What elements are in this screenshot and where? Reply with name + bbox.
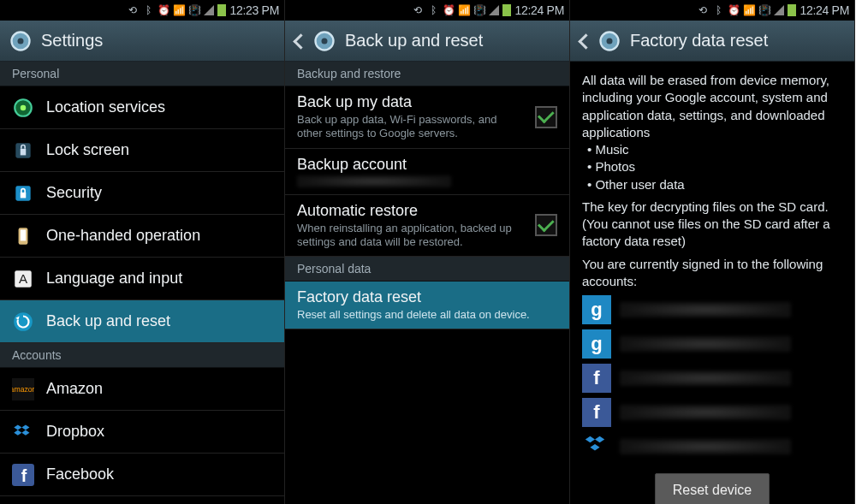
item-label: Back up my data <box>297 93 523 111</box>
item-label: Facebook <box>46 465 272 483</box>
redacted-account <box>620 405 791 420</box>
svg-text:amazon: amazon <box>12 385 34 394</box>
header[interactable]: Factory data reset <box>570 21 854 62</box>
account-row-facebook-2: f <box>582 398 842 427</box>
account-row-google-2: g <box>582 329 842 359</box>
alarm-icon: ⏰ <box>728 4 740 16</box>
item-label: Lock screen <box>46 141 272 159</box>
item-one-handed[interactable]: One-handed operation <box>0 215 284 258</box>
item-label: Backup account <box>297 156 557 174</box>
dropbox-icon <box>12 421 34 443</box>
bluetooth-icon: ᛒ <box>142 4 154 16</box>
item-label: Automatic restore <box>297 202 523 220</box>
vibrate-icon: 📳 <box>188 4 200 16</box>
alarm-icon: ⏰ <box>158 4 169 16</box>
svg-text:A: A <box>19 271 28 286</box>
item-label: Security <box>46 184 272 202</box>
bluetooth-icon: ᛒ <box>712 4 724 16</box>
amazon-icon: amazon <box>12 378 34 400</box>
item-label: Dropbox <box>46 423 272 441</box>
svg-point-20 <box>607 38 613 44</box>
back-icon[interactable] <box>294 33 304 50</box>
status-time: 12:23 PM <box>229 3 279 17</box>
security-icon <box>12 182 34 205</box>
reset-content: All data will be erased from device memo… <box>570 62 854 504</box>
redacted-account <box>620 439 791 454</box>
redacted-account <box>297 175 451 187</box>
redacted-account <box>620 371 791 386</box>
bullet-label: Photos <box>595 159 635 174</box>
bullet-photos: • Photos <box>582 158 842 175</box>
one-hand-icon <box>12 225 34 247</box>
checkbox-backup-my-data[interactable] <box>535 106 557 128</box>
item-factory-data-reset[interactable]: Factory data reset Reset all settings an… <box>285 282 569 329</box>
item-backup-account[interactable]: Backup account <box>285 149 569 195</box>
header[interactable]: Back up and reset <box>285 21 569 62</box>
item-amazon[interactable]: amazon Amazon <box>0 368 284 411</box>
item-security[interactable]: Security <box>0 172 284 215</box>
facebook-icon: f <box>12 464 34 486</box>
svg-rect-7 <box>21 192 27 198</box>
item-sub: Back up app data, Wi-Fi passwords, and o… <box>297 113 523 141</box>
lock-icon <box>12 139 34 162</box>
item-backup-reset[interactable]: Back up and reset <box>0 300 284 343</box>
item-sub: Reset all settings and delete all data o… <box>297 308 557 322</box>
item-backup-my-data[interactable]: Back up my data Back up app data, Wi-Fi … <box>285 86 569 149</box>
item-label: Factory data reset <box>297 288 557 306</box>
location-icon <box>12 97 34 119</box>
reset-sdkey: The key for decrypting files on the SD c… <box>582 199 842 251</box>
bullet-label: Other user data <box>595 177 684 192</box>
bullet-music: • Music <box>582 141 842 158</box>
item-facebook[interactable]: f Facebook <box>0 454 284 496</box>
checkbox-automatic-restore[interactable] <box>535 214 557 236</box>
item-automatic-restore[interactable]: Automatic restore When reinstalling an a… <box>285 195 569 258</box>
account-row-google-1: g <box>582 295 842 324</box>
bluetooth-icon: ᛒ <box>427 4 439 16</box>
svg-text:f: f <box>21 465 27 484</box>
item-sub: When reinstalling an application, backed… <box>297 222 523 250</box>
reset-signed-in: You are currently signed in to the follo… <box>582 256 842 291</box>
screen-factory-reset: ⟲ ᛒ ⏰ 📶 📳 12:24 PM Factory data reset Al… <box>570 0 855 504</box>
item-dropbox[interactable]: Dropbox <box>0 411 284 454</box>
item-label: Location services <box>46 98 272 116</box>
language-icon: A <box>12 268 34 290</box>
alarm-icon: ⏰ <box>443 4 455 16</box>
vibrate-icon: 📳 <box>758 4 770 16</box>
page-title: Settings <box>41 31 103 50</box>
bullet-other: • Other user data <box>582 176 842 193</box>
wifi-icon: 📶 <box>458 4 470 16</box>
item-label: Back up and reset <box>46 312 272 330</box>
status-time: 12:24 PM <box>514 3 564 17</box>
back-icon[interactable] <box>579 33 589 50</box>
battery-icon <box>788 4 796 16</box>
section-personal: Personal <box>0 62 284 86</box>
item-label: One-handed operation <box>46 227 272 245</box>
backup-icon <box>12 311 34 333</box>
signal-icon <box>774 5 784 15</box>
wifi-icon: 📶 <box>173 4 185 16</box>
wifi-icon: 📶 <box>743 4 755 16</box>
svg-point-3 <box>21 104 27 110</box>
gear-icon <box>312 29 336 53</box>
sync-icon: ⟲ <box>697 4 709 16</box>
svg-point-1 <box>18 38 24 44</box>
svg-rect-5 <box>21 148 27 155</box>
account-row-dropbox <box>582 432 842 461</box>
svg-rect-9 <box>21 229 27 240</box>
reset-device-button[interactable]: Reset device <box>655 473 770 504</box>
item-location-services[interactable]: Location services <box>0 86 284 129</box>
screen-settings: ⟲ ᛒ ⏰ 📶 📳 12:23 PM Settings Personal Loc… <box>0 0 285 504</box>
google-icon: g <box>582 295 611 324</box>
page-title: Factory data reset <box>630 31 768 50</box>
battery-icon <box>217 4 226 16</box>
dropbox-icon <box>582 432 611 461</box>
redacted-account <box>620 302 791 317</box>
item-language-input[interactable]: A Language and input <box>0 258 284 300</box>
gear-icon <box>9 29 33 53</box>
google-icon: g <box>582 329 611 359</box>
status-time: 12:24 PM <box>800 3 849 17</box>
item-lock-screen[interactable]: Lock screen <box>0 129 284 172</box>
screen-backup-reset: ⟲ ᛒ ⏰ 📶 📳 12:24 PM Back up and reset Bac… <box>285 0 570 504</box>
bullet-label: Music <box>595 142 628 157</box>
gear-icon <box>597 29 621 53</box>
